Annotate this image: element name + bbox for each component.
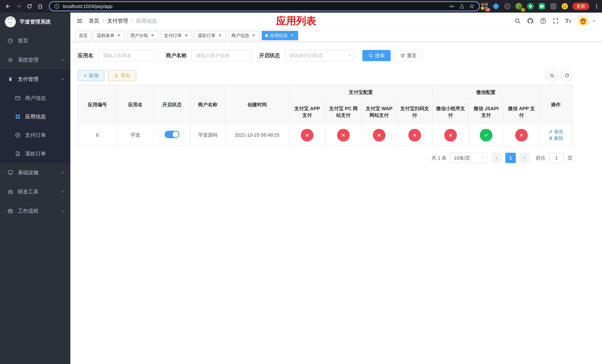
- export-button[interactable]: 导出: [108, 70, 136, 81]
- site-info-icon[interactable]: [54, 3, 60, 9]
- close-icon[interactable]: ×: [116, 33, 121, 38]
- app-name-input[interactable]: [98, 50, 159, 61]
- browser-update-button[interactable]: 更新: [572, 3, 589, 10]
- reload-icon[interactable]: [24, 1, 34, 11]
- edit-link[interactable]: 修改: [548, 128, 563, 135]
- extension-emoji-icon[interactable]: [561, 2, 569, 10]
- devtools-box-icon: [7, 189, 13, 195]
- col-wechat-lite: 微信小程序支付: [433, 99, 469, 124]
- tab-home[interactable]: 首页: [75, 31, 91, 40]
- x-mark-icon: [301, 129, 313, 141]
- url-text[interactable]: localhost:1024/pay/app: [63, 3, 112, 9]
- sidebar-item-home[interactable]: 首页: [0, 31, 70, 50]
- x-mark-icon: [337, 129, 350, 141]
- github-icon[interactable]: [527, 18, 534, 24]
- x-mark-icon: [444, 129, 457, 141]
- gear-icon: [7, 57, 13, 63]
- merchant-name-input[interactable]: [191, 50, 252, 61]
- goto-page-input[interactable]: [549, 153, 564, 163]
- chevron-down-icon: [61, 170, 65, 175]
- delete-link[interactable]: 删除: [548, 135, 563, 141]
- refresh-button[interactable]: [561, 70, 572, 81]
- col-status: 开启状态: [154, 85, 190, 124]
- extension-badge: 10: [485, 8, 491, 12]
- toggle-search-button[interactable]: [547, 70, 558, 81]
- tab-process-form[interactable]: 流程表单 ×: [93, 31, 125, 40]
- col-alipay-wap: 支付宝 WAP 网站支付: [362, 99, 397, 124]
- hamburger-icon[interactable]: [76, 18, 83, 24]
- search-button[interactable]: 搜索: [363, 50, 391, 61]
- extension-avatar-icon[interactable]: 1: [515, 2, 523, 10]
- extension-green-circle-icon[interactable]: [527, 2, 534, 10]
- col-group-wechat: 微信配置: [433, 85, 539, 99]
- status-select[interactable]: 请选择开启状态: [285, 50, 355, 61]
- workflow-case-icon: [7, 208, 13, 214]
- cell-app-name: 芋道: [117, 124, 154, 146]
- tab-pay-order[interactable]: 支付订单 ×: [161, 31, 192, 40]
- next-page-button[interactable]: [519, 153, 530, 163]
- extension-wechat-devtool-icon[interactable]: [538, 2, 546, 10]
- extension-dark-circle-icon[interactable]: [504, 2, 511, 10]
- back-icon[interactable]: [3, 1, 13, 11]
- home-icon[interactable]: [35, 1, 45, 11]
- star-icon[interactable]: [469, 3, 475, 9]
- font-size-icon[interactable]: TT: [565, 18, 571, 24]
- tab-app-info[interactable]: 应用信息 ×: [262, 31, 298, 40]
- cell-status: [154, 124, 190, 146]
- screen: localhost:1024/pay/app 10: [0, 0, 602, 364]
- page-size-select[interactable]: 10条/页: [450, 153, 488, 163]
- caret-down-icon[interactable]: [592, 19, 596, 23]
- search-icon[interactable]: [515, 18, 521, 24]
- sidebar-item-refund-order[interactable]: 退款订单: [0, 144, 70, 163]
- extension-gray-icon[interactable]: [549, 2, 557, 10]
- close-icon[interactable]: ×: [251, 33, 256, 38]
- breadcrumb-payment[interactable]: 支付管理: [107, 17, 128, 24]
- user-avatar[interactable]: [578, 15, 589, 26]
- close-icon[interactable]: ×: [217, 33, 223, 38]
- sidebar-item-payment[interactable]: ¥ 支付管理: [0, 70, 70, 89]
- browser-menu-icon[interactable]: [593, 3, 600, 9]
- sidebar-item-merchant-info[interactable]: 商户信息: [0, 89, 70, 107]
- key-icon[interactable]: [449, 3, 455, 9]
- breadcrumb-home[interactable]: 首页: [89, 17, 99, 24]
- tab-refund-order[interactable]: 退款订单 ×: [194, 31, 226, 40]
- help-icon[interactable]: [540, 18, 546, 24]
- content: 应用名 商户名称 开启状态 请选择开启状态: [70, 42, 602, 364]
- fullscreen-icon[interactable]: [553, 18, 559, 24]
- close-icon[interactable]: ×: [150, 33, 155, 38]
- url-bar[interactable]: localhost:1024/pay/app: [49, 1, 480, 11]
- close-icon[interactable]: ×: [290, 33, 295, 38]
- share-icon[interactable]: [459, 3, 465, 9]
- status-toggle[interactable]: [165, 131, 179, 138]
- pagination: 共 1 条 10条/页 1 前往: [78, 153, 572, 163]
- add-button[interactable]: + 新增: [78, 70, 104, 81]
- col-group-alipay: 支付宝配置: [289, 85, 433, 99]
- forward-icon[interactable]: [14, 1, 24, 11]
- cell-app-id: 6: [78, 124, 117, 146]
- col-create-time: 创建时间: [225, 85, 289, 124]
- cell-merchant-name: 芋道源码: [190, 124, 225, 146]
- extension-diamond-icon[interactable]: [492, 2, 500, 10]
- sidebar-item-pay-order[interactable]: 支付订单: [0, 126, 70, 144]
- tab-user-group[interactable]: 用户分组 ×: [127, 31, 159, 40]
- sidebar-item-devtools[interactable]: 研发工具: [0, 182, 70, 202]
- chevron-down-icon: [347, 53, 352, 58]
- prev-page-button[interactable]: [491, 153, 502, 163]
- chevron-down-icon: [481, 156, 485, 160]
- app-logo[interactable]: 芋道管理系统: [0, 13, 70, 31]
- check-icon: [480, 129, 492, 141]
- extensions-grid-icon[interactable]: 10: [481, 2, 488, 10]
- table-header-group-row: 应用编号 应用名 开启状态 商户名称 创建时间 支付宝配置 微信配置 操作: [78, 85, 573, 99]
- sidebar-item-infra[interactable]: 基础设施: [0, 163, 70, 182]
- page-number-button[interactable]: 1: [505, 153, 516, 163]
- sidebar-item-workflow[interactable]: 工作流程: [0, 202, 70, 221]
- tab-merchant-info[interactable]: 商户信息 ×: [228, 31, 259, 40]
- col-app-id: 应用编号: [78, 85, 117, 124]
- sidebar-item-app-info[interactable]: 应用信息: [0, 107, 70, 126]
- close-icon[interactable]: ×: [184, 33, 189, 38]
- sidebar-item-system[interactable]: 系统管理: [0, 50, 70, 70]
- status-label: 开启状态: [259, 52, 280, 59]
- col-wechat-app: 微信 APP 支付: [504, 99, 539, 124]
- table-row: 6 芋道 芋道源码 2021-10-23 08:49:25: [78, 124, 573, 146]
- reset-button[interactable]: 重置: [394, 50, 422, 61]
